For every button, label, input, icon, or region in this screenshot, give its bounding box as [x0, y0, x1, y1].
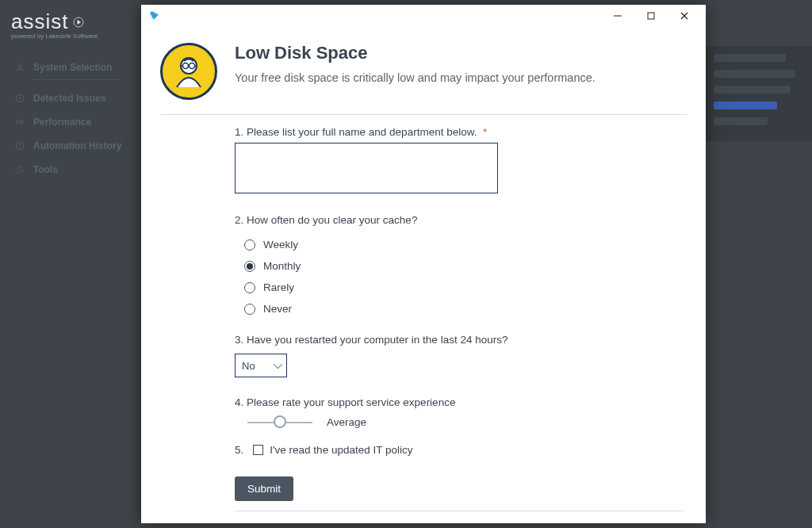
radio-label: Monthly [263, 260, 301, 272]
required-marker: * [483, 126, 487, 138]
q2-option-monthly[interactable]: Monthly [235, 255, 687, 277]
svg-rect-4 [648, 13, 654, 19]
survey-form: 1. Please list your full name and depart… [160, 115, 687, 511]
svg-point-2 [19, 98, 21, 99]
select-value: No [242, 360, 255, 372]
q2-label: 2. How often do you clear your cache? [235, 214, 687, 226]
radio-label: Never [263, 303, 292, 315]
sidebar-item-label: Detected Issues [33, 93, 105, 104]
target-icon [14, 93, 25, 104]
submit-button[interactable]: Submit [235, 476, 293, 501]
obscured-panel [706, 46, 812, 141]
radio-icon [244, 304, 255, 315]
q5-checkbox[interactable] [253, 445, 263, 455]
sidebar-item-label: Performance [33, 117, 91, 128]
close-icon [680, 12, 688, 20]
window-close-button[interactable] [668, 6, 701, 26]
slider-value-label: Average [327, 416, 366, 428]
window-maximize-button[interactable] [634, 6, 668, 26]
q4-label: 4. Please rate your support service expe… [235, 396, 687, 408]
avatar [160, 43, 217, 100]
dialog-description: Your free disk space is critically low a… [235, 71, 596, 84]
q2-option-weekly[interactable]: Weekly [235, 234, 687, 255]
q2-option-rarely[interactable]: Rarely [235, 277, 687, 298]
q1-label: 1. Please list your full name and depart… [235, 126, 687, 138]
slider-thumb[interactable] [274, 415, 286, 428]
radio-icon [244, 261, 255, 272]
sidebar-item-system-selection[interactable]: System Selection [11, 55, 130, 79]
q5-number: 5. [235, 444, 243, 456]
app-icon [149, 10, 160, 21]
q5-label: I've read the updated IT policy [270, 444, 412, 456]
sidebar-item-detected-issues[interactable]: Detected Issues [11, 86, 130, 110]
q2-radio-group: Weekly Monthly Rarely Never [235, 234, 687, 319]
survey-dialog: Low Disk Space Your free disk space is c… [141, 5, 706, 523]
q2-option-never[interactable]: Never [235, 298, 687, 319]
window-titlebar [141, 5, 706, 27]
sidebar: assist powered by Lakeside Software Syst… [0, 0, 141, 528]
sidebar-item-label: System Selection [33, 62, 112, 73]
radio-icon [244, 239, 255, 251]
window-minimize-button[interactable] [601, 6, 634, 26]
brand-name: assist [11, 10, 68, 34]
sidebar-item-tools[interactable]: Tools [11, 158, 130, 182]
wrench-icon [14, 164, 25, 175]
download-icon [14, 62, 25, 73]
dialog-title: Low Disk Space [235, 43, 596, 63]
dialog-header: Low Disk Space Your free disk space is c… [160, 43, 687, 115]
q3-select[interactable]: No [235, 354, 287, 377]
gauge-icon [14, 117, 25, 128]
chevron-down-icon [274, 360, 282, 369]
brand-subtitle: powered by Lakeside Software [11, 33, 130, 40]
slider-track[interactable] [247, 422, 312, 423]
history-icon [14, 140, 25, 151]
form-divider [235, 511, 684, 511]
minimize-icon [614, 12, 622, 20]
dialog-content: Low Disk Space Your free disk space is c… [141, 27, 706, 523]
radio-icon [244, 282, 255, 293]
avatar-icon [169, 52, 209, 91]
q1-textarea[interactable] [235, 143, 498, 193]
brand-logo: assist [11, 10, 130, 34]
q3-label: 3. Have you restarted your computer in t… [235, 334, 687, 346]
q4-slider: Average [247, 416, 687, 428]
sidebar-item-label: Automation History [33, 140, 121, 151]
sidebar-item-label: Tools [33, 164, 58, 175]
radio-label: Rarely [263, 281, 294, 293]
maximize-icon [647, 12, 655, 20]
sidebar-item-performance[interactable]: Performance [11, 110, 130, 134]
radio-label: Weekly [263, 239, 298, 251]
brand-icon [71, 15, 86, 29]
sidebar-item-automation-history[interactable]: Automation History [11, 134, 130, 158]
q5-row: 5. I've read the updated IT policy [235, 444, 687, 456]
